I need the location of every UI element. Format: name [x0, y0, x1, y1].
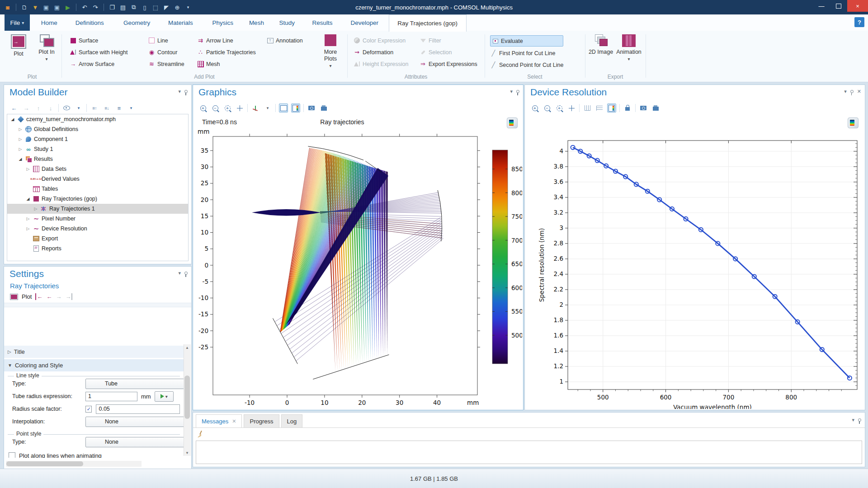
- app-icon[interactable]: ◙: [4, 3, 12, 11]
- line-button[interactable]: Line: [148, 35, 184, 46]
- back-icon[interactable]: ←: [9, 103, 19, 113]
- zoom-out-icon[interactable]: −: [542, 103, 552, 113]
- device-resolution-close-icon[interactable]: ✕: [857, 89, 861, 94]
- line-type-select[interactable]: Tube▾: [85, 379, 184, 389]
- settings-plot-button[interactable]: Plot: [22, 293, 32, 300]
- show-icon[interactable]: [62, 103, 71, 113]
- annotation-button[interactable]: TAnnotation: [267, 35, 303, 46]
- radius-scale-input[interactable]: 0.05: [96, 404, 180, 414]
- radius-scale-checkbox[interactable]: ✓: [85, 406, 92, 413]
- tree-item-results[interactable]: ◢Results: [7, 154, 188, 164]
- tree-expanded-arrow-icon[interactable]: ◢: [18, 157, 23, 161]
- up-icon[interactable]: ↑: [34, 103, 43, 113]
- undo-icon[interactable]: ↶: [80, 3, 89, 11]
- zoom-extents-icon[interactable]: [235, 103, 244, 113]
- lock-axes-icon[interactable]: [623, 103, 632, 113]
- second-point-for-cut-line-button[interactable]: ╱Second Point for Cut Line: [490, 60, 563, 70]
- model-builder-tree[interactable]: ◢czerny_turner_monochromator.mph▷Global …: [7, 114, 189, 261]
- tree-item-derived-values[interactable]: 8.85 e-12Derived Values: [7, 174, 188, 184]
- maximize-button[interactable]: [830, 0, 847, 12]
- group-list-icon[interactable]: ≣: [114, 103, 123, 113]
- tab-mesh[interactable]: Mesh: [244, 14, 270, 31]
- mesh-button[interactable]: Mesh: [197, 59, 256, 69]
- tree-collapsed-arrow-icon[interactable]: ▷: [25, 226, 31, 231]
- select-box-icon[interactable]: ⬚: [151, 3, 160, 11]
- zoom-extents-icon[interactable]: [567, 103, 576, 113]
- more-plots-button[interactable]: More Plots ▾: [317, 33, 344, 69]
- tree-item-export[interactable]: Export: [7, 234, 188, 244]
- section-title[interactable]: ▷Title: [4, 346, 184, 358]
- plot-button[interactable]: →Plot: [5, 33, 32, 57]
- tree-collapsed-arrow-icon[interactable]: ▷: [18, 137, 23, 141]
- plot-window-icon[interactable]: [607, 103, 616, 113]
- tree-item-global-definitions[interactable]: ▷Global Definitions: [7, 124, 188, 134]
- duplicate-icon[interactable]: ⧉: [130, 3, 138, 11]
- plot-in-button[interactable]: Plot In▾: [33, 33, 60, 62]
- go-last-button[interactable]: →: [65, 293, 72, 300]
- collapse-up-icon[interactable]: ≡↑: [90, 103, 99, 113]
- y-grid-icon[interactable]: [595, 103, 604, 113]
- settings-vertical-scrollbar[interactable]: ▲ ▼: [184, 344, 191, 456]
- settings-pin-icon[interactable]: [184, 272, 188, 275]
- minimize-button[interactable]: —: [813, 0, 830, 12]
- caret-icon[interactable]: ▾: [74, 103, 83, 113]
- first-point-for-cut-line-button[interactable]: ╱First Point for Cut Line: [490, 48, 563, 58]
- device-resolution-menu-icon[interactable]: ▾: [844, 89, 847, 94]
- image-snapshot-icon[interactable]: [307, 103, 316, 113]
- go-first-button[interactable]: ←: [35, 293, 42, 300]
- tree-collapsed-arrow-icon[interactable]: ▷: [25, 167, 31, 171]
- graphics-canvas[interactable]: Time=0.8 ns Ray trajectories -1001020304…: [193, 115, 523, 410]
- tab-definitions[interactable]: Definitions: [65, 14, 114, 31]
- expand-down-icon[interactable]: ≡↓: [102, 103, 111, 113]
- tab-geometry[interactable]: Geometry: [117, 14, 156, 31]
- tab-developer[interactable]: Developer: [343, 14, 386, 31]
- redo-icon[interactable]: ↷: [91, 3, 99, 11]
- save-icon[interactable]: ▣: [42, 3, 50, 11]
- tree-item-device-resolution[interactable]: ▷∼Device Resolution: [7, 224, 188, 234]
- zoom-in-icon[interactable]: +: [198, 103, 208, 113]
- point-type-select[interactable]: None▾: [85, 437, 184, 447]
- model-builder-pin-icon[interactable]: [184, 90, 188, 93]
- help-button[interactable]: ?: [854, 17, 864, 27]
- tree-collapsed-arrow-icon[interactable]: ▷: [18, 127, 23, 131]
- axis-orientation-icon[interactable]: [251, 103, 260, 113]
- forward-icon[interactable]: →: [22, 103, 31, 113]
- tree-item-study-1[interactable]: ▷∞Study 1: [7, 144, 188, 154]
- arrow-line-button[interactable]: ⇉Arrow Line: [197, 35, 256, 46]
- title-bar[interactable]: ◙🗋▼▣▣▶↶↷❐▤⧉▯⬚◤⊕▾ czerny_turner_monochrom…: [0, 0, 868, 14]
- device-resolution-canvas[interactable]: 50060070080043.83.63.43.232.82.62.42.221…: [525, 115, 865, 410]
- save-as-icon[interactable]: ▣: [53, 3, 61, 11]
- zoom-out-icon[interactable]: −: [211, 103, 220, 113]
- arrow-surface-button[interactable]: →Arrow Surface: [70, 59, 127, 69]
- caret-icon[interactable]: ▾: [263, 103, 272, 113]
- animation-button[interactable]: Animation▾: [616, 33, 642, 62]
- print-icon[interactable]: [651, 103, 660, 113]
- down-icon[interactable]: ↓: [46, 103, 55, 113]
- tree-expanded-arrow-icon[interactable]: ◢: [10, 117, 15, 122]
- messages-pin-icon[interactable]: [858, 418, 861, 422]
- close-button[interactable]: ×: [847, 0, 868, 12]
- deformation-button[interactable]: ⇝Deformation: [354, 47, 408, 57]
- color-legend-icon[interactable]: [291, 103, 300, 113]
- tab-results[interactable]: Results: [304, 14, 340, 31]
- more-icon[interactable]: ▾: [184, 3, 192, 11]
- file-menu-button[interactable]: File▾: [5, 14, 30, 31]
- tab-log[interactable]: Log: [281, 414, 303, 427]
- graphics-pin-icon[interactable]: [516, 90, 519, 93]
- tab-study[interactable]: Study: [272, 14, 302, 31]
- section-coloring-style[interactable]: ▼Coloring and Style: [4, 359, 184, 371]
- settings-horizontal-scrollbar[interactable]: [6, 461, 142, 467]
- copy-icon[interactable]: ❐: [108, 3, 116, 11]
- delete-icon[interactable]: ▯: [141, 3, 149, 11]
- tab-messages[interactable]: Messages✕: [196, 414, 242, 427]
- zoom-box-icon[interactable]: +: [555, 103, 564, 113]
- messages-menu-icon[interactable]: ▾: [852, 417, 854, 423]
- tab-home[interactable]: Home: [36, 14, 62, 31]
- tree-collapsed-arrow-icon[interactable]: ▷: [33, 206, 38, 211]
- device-resolution-pin-icon[interactable]: [850, 90, 854, 93]
- interpolation-select[interactable]: None▾: [85, 417, 184, 427]
- expression-color-button[interactable]: ▾: [155, 391, 174, 402]
- graphics-menu-icon[interactable]: ▾: [510, 89, 513, 94]
- zoom-in-icon[interactable]: +: [530, 103, 539, 113]
- particle-trajectories-button[interactable]: ∴Particle Trajectories: [197, 47, 256, 57]
